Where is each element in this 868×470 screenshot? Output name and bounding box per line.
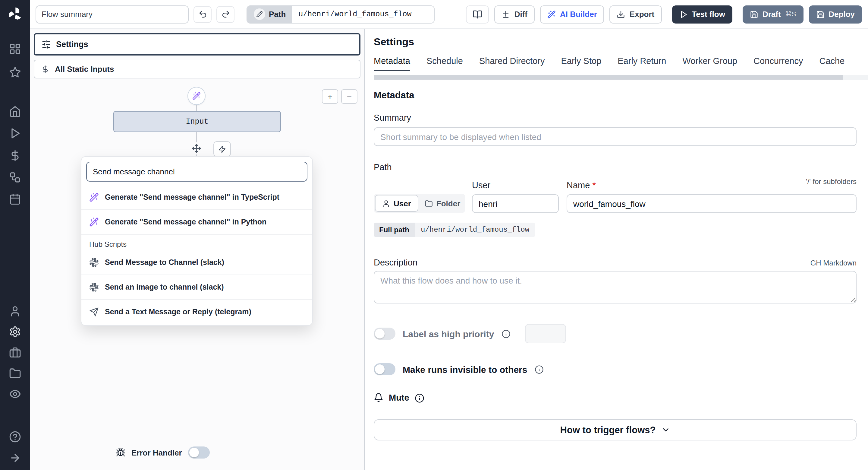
flow-settings-node[interactable]: Settings xyxy=(34,33,361,56)
invisible-runs-toggle[interactable] xyxy=(374,363,396,375)
export-icon xyxy=(617,10,625,19)
info-icon[interactable] xyxy=(501,329,510,338)
required-asterisk: * xyxy=(592,180,595,190)
user-toggle-button[interactable]: User xyxy=(375,195,418,212)
undo-button[interactable] xyxy=(193,6,212,23)
help-icon[interactable] xyxy=(9,431,21,443)
chevron-down-icon xyxy=(661,425,670,434)
generate-python-option[interactable]: Generate "Send message channel" in Pytho… xyxy=(82,209,312,234)
eye-icon[interactable] xyxy=(9,388,21,400)
user-icon[interactable] xyxy=(9,305,21,317)
zoom-out-button[interactable]: − xyxy=(341,89,358,104)
gear-icon[interactable] xyxy=(9,326,21,338)
zoom-in-button[interactable]: + xyxy=(322,89,338,104)
flow-canvas[interactable]: + − Input Generate "Send message channel… xyxy=(30,79,364,470)
move-icon[interactable] xyxy=(190,142,203,154)
dollar-icon[interactable] xyxy=(9,150,21,162)
input-node[interactable]: Input xyxy=(113,111,281,132)
draft-shortcut: ⌘S xyxy=(785,10,796,18)
info-icon[interactable] xyxy=(415,393,424,402)
settings-title: Settings xyxy=(374,36,857,48)
path-section-label: Path xyxy=(374,162,857,172)
tab-early-return[interactable]: Early Return xyxy=(618,56,666,71)
redo-button[interactable] xyxy=(216,6,235,23)
home-icon[interactable] xyxy=(9,106,21,118)
wand-icon xyxy=(547,10,556,19)
star-icon[interactable] xyxy=(9,66,21,79)
summary-label: Summary xyxy=(374,113,857,122)
path-input[interactable] xyxy=(292,6,434,23)
redo-icon xyxy=(221,10,230,19)
invisible-runs-label: Make runs invisible to others xyxy=(403,364,527,374)
step-search-input[interactable] xyxy=(86,162,307,182)
owner-kind-segmented: User Folder xyxy=(374,194,465,213)
error-handler-node[interactable]: Error Handler xyxy=(116,446,210,459)
flow-settings-label: Settings xyxy=(56,40,88,49)
topbar: Path Diff AI Builder Export Test flow Dr… xyxy=(30,0,868,29)
user-input[interactable] xyxy=(472,194,559,213)
path-group: Path xyxy=(247,5,435,23)
arrow-right-icon[interactable] xyxy=(9,452,21,464)
diff-button[interactable]: Diff xyxy=(495,5,535,23)
pencil-icon xyxy=(254,8,265,20)
tab-metadata[interactable]: Metadata xyxy=(374,56,410,71)
test-flow-button[interactable]: Test flow xyxy=(672,5,733,23)
step-search-popup: Generate "Send message channel" in TypeS… xyxy=(81,156,313,326)
edit-path-button[interactable]: Path xyxy=(247,6,292,23)
slack-icon xyxy=(89,258,99,267)
high-priority-toggle[interactable] xyxy=(374,328,396,340)
how-to-trigger-button[interactable]: How to trigger flows? xyxy=(374,419,857,440)
ai-flow-node[interactable] xyxy=(187,87,206,105)
generate-typescript-option[interactable]: Generate "Send message channel" in TypeS… xyxy=(82,185,312,209)
summary-input[interactable] xyxy=(374,127,857,146)
slack-icon xyxy=(89,282,99,292)
hub-script-option[interactable]: Send a Text Message or Reply (telegram) xyxy=(82,299,312,324)
full-path-chip: Full path u/henri/world_famous_flow xyxy=(374,223,535,237)
docs-button[interactable] xyxy=(466,5,489,23)
zap-icon[interactable] xyxy=(213,141,231,157)
tabs-scrollbar xyxy=(374,75,868,80)
tab-worker-group[interactable]: Worker Group xyxy=(682,56,737,71)
grid-icon[interactable] xyxy=(9,43,21,55)
briefcase-icon[interactable] xyxy=(9,347,21,359)
ai-builder-button[interactable]: AI Builder xyxy=(540,5,604,23)
name-input[interactable] xyxy=(567,194,857,213)
sidebar xyxy=(0,0,30,470)
description-textarea[interactable] xyxy=(374,271,857,303)
connector-line xyxy=(196,105,196,111)
save-icon xyxy=(816,10,824,19)
error-handler-label: Error Handler xyxy=(131,448,182,457)
hub-script-option[interactable]: Send Message to Channel (slack) xyxy=(82,251,312,274)
tab-early-stop[interactable]: Early Stop xyxy=(561,56,601,71)
tab-schedule[interactable]: Schedule xyxy=(427,56,463,71)
flow-summary-input[interactable] xyxy=(36,5,189,23)
deploy-button[interactable]: Deploy xyxy=(809,5,862,23)
tabs-scrollbar-thumb[interactable] xyxy=(374,75,843,80)
windmill-logo-icon[interactable] xyxy=(7,6,23,22)
export-button[interactable]: Export xyxy=(610,5,661,23)
high-priority-value-input[interactable] xyxy=(525,324,566,343)
hub-script-option[interactable]: Send an image to channel (slack) xyxy=(82,274,312,299)
calendar-icon[interactable] xyxy=(9,193,21,205)
draft-button[interactable]: Draft⌘S xyxy=(743,5,803,23)
bell-icon xyxy=(374,393,383,403)
spacer xyxy=(374,190,472,194)
path-label: Path xyxy=(269,10,286,19)
play-icon[interactable] xyxy=(9,127,21,139)
subfolder-hint: '/' for subfolders xyxy=(806,177,857,190)
tab-cache[interactable]: Cache xyxy=(819,56,844,71)
folder-toggle-button[interactable]: Folder xyxy=(418,195,467,212)
error-handler-toggle[interactable] xyxy=(188,446,210,459)
flow-settings-panel: Settings Metadata Schedule Shared Direct… xyxy=(365,29,868,470)
tab-concurrency[interactable]: Concurrency xyxy=(753,56,803,71)
tab-shared-directory[interactable]: Shared Directory xyxy=(479,56,545,71)
workflow-icon[interactable] xyxy=(9,171,21,183)
mute-label: Mute xyxy=(389,393,409,403)
static-inputs-node[interactable]: All Static Inputs xyxy=(34,60,361,79)
hub-scripts-section-label: Hub Scripts xyxy=(82,234,312,251)
undo-icon xyxy=(198,10,207,19)
name-field-label: Name * xyxy=(567,180,596,190)
folder-icon[interactable] xyxy=(9,368,21,380)
info-icon[interactable] xyxy=(534,365,544,374)
settings-tabs: Metadata Schedule Shared Directory Early… xyxy=(374,56,857,71)
